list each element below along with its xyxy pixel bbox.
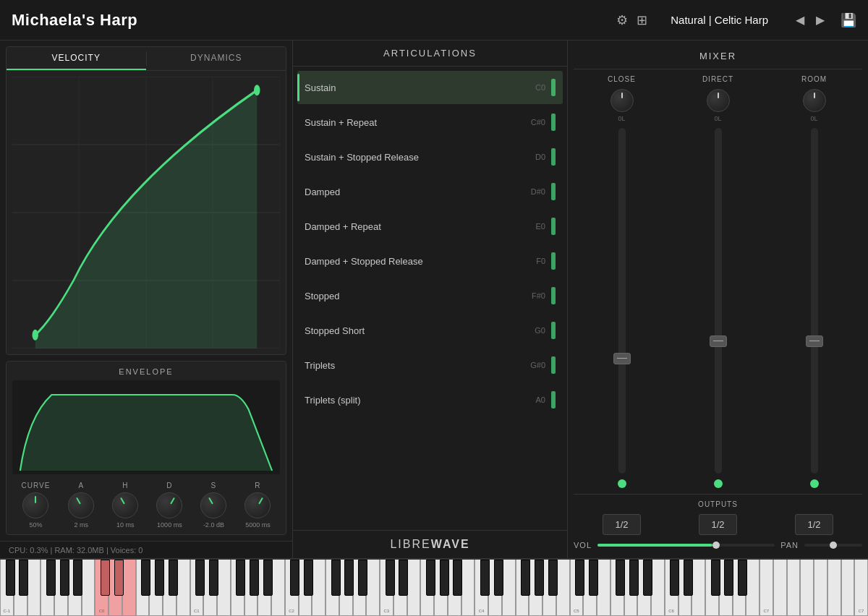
black-key[interactable] <box>738 560 747 596</box>
knob-r-control[interactable] <box>244 492 271 518</box>
white-key[interactable] <box>556 560 570 616</box>
knob-curve-control[interactable] <box>22 492 48 518</box>
channel-fader-track[interactable] <box>618 128 626 474</box>
articulation-item[interactable]: SustainC0 <box>297 71 563 104</box>
white-key[interactable] <box>773 560 787 616</box>
black-key[interactable] <box>304 560 313 596</box>
black-key[interactable] <box>263 560 273 596</box>
white-key[interactable] <box>800 560 814 616</box>
channel-fader-track[interactable] <box>811 128 818 474</box>
black-key[interactable] <box>494 560 503 596</box>
tab-velocity[interactable]: VELOCITY <box>7 47 146 70</box>
black-key[interactable] <box>155 560 164 596</box>
black-key[interactable] <box>386 560 395 596</box>
white-key[interactable] <box>217 560 231 616</box>
channel-fader-handle[interactable] <box>613 353 631 364</box>
black-key[interactable] <box>73 560 82 596</box>
output-box[interactable]: 1/2 <box>699 514 736 535</box>
channel-fader-handle[interactable] <box>806 335 823 347</box>
black-key[interactable] <box>535 560 544 596</box>
black-key[interactable] <box>575 560 584 596</box>
white-key[interactable] <box>271 560 285 616</box>
pan-slider[interactable] <box>804 544 862 547</box>
black-key[interactable] <box>169 560 178 596</box>
articulation-item[interactable]: Sustain + Stopped ReleaseD0 <box>297 140 563 174</box>
black-key[interactable] <box>250 560 259 596</box>
black-key[interactable] <box>331 560 341 596</box>
white-key[interactable]: C7 <box>854 560 868 616</box>
knob-a-control[interactable] <box>68 492 94 518</box>
black-key[interactable] <box>616 560 625 596</box>
next-arrow[interactable]: ▶ <box>812 12 829 28</box>
black-key[interactable] <box>101 560 110 596</box>
black-key[interactable] <box>19 560 28 596</box>
white-key[interactable] <box>787 560 801 616</box>
white-key[interactable]: C7 <box>760 560 773 616</box>
white-key[interactable] <box>651 560 665 616</box>
white-key[interactable] <box>82 560 95 616</box>
black-key[interactable] <box>643 560 652 596</box>
black-key[interactable] <box>114 560 124 596</box>
piano-keyboard[interactable]: C-1C0C1C2C3C4C5C6C7C7 <box>0 560 868 616</box>
black-key[interactable] <box>521 560 530 596</box>
articulation-item[interactable]: DampedD#0 <box>297 175 563 208</box>
white-key[interactable] <box>692 560 705 616</box>
white-key[interactable] <box>841 560 855 616</box>
channel-knob[interactable] <box>803 89 826 112</box>
black-key[interactable] <box>290 560 299 596</box>
white-key[interactable] <box>407 560 421 616</box>
black-key[interactable] <box>453 560 462 596</box>
knob-h-control[interactable] <box>112 492 138 518</box>
grid-icon[interactable]: ⊞ <box>637 12 647 28</box>
black-key[interactable] <box>724 560 733 596</box>
black-key[interactable] <box>711 560 720 596</box>
vol-slider[interactable] <box>597 544 775 547</box>
white-key[interactable] <box>122 560 136 616</box>
black-key[interactable] <box>195 560 205 596</box>
articulation-item[interactable]: Stopped ShortG0 <box>297 314 563 347</box>
black-key[interactable] <box>670 560 679 596</box>
articulation-item[interactable]: Damped + Stopped ReleaseF0 <box>297 244 563 278</box>
articulation-item[interactable]: TripletsG#0 <box>297 348 563 382</box>
white-key[interactable] <box>312 560 326 616</box>
white-key[interactable] <box>366 560 380 616</box>
black-key[interactable] <box>344 560 354 596</box>
knob-d-control[interactable] <box>156 492 182 518</box>
black-key[interactable] <box>209 560 218 596</box>
white-key[interactable] <box>176 560 190 616</box>
save-icon[interactable]: 💾 <box>841 12 856 28</box>
prev-arrow[interactable]: ◀ <box>791 12 809 28</box>
articulation-item[interactable]: StoppedF#0 <box>297 279 563 312</box>
gear-icon[interactable]: ⚙ <box>616 12 628 28</box>
white-key[interactable] <box>461 560 475 616</box>
white-key[interactable] <box>597 560 610 616</box>
white-key[interactable] <box>502 560 516 616</box>
pan-thumb[interactable] <box>830 542 837 549</box>
white-key[interactable] <box>814 560 827 616</box>
black-key[interactable] <box>440 560 449 596</box>
black-key[interactable] <box>629 560 639 596</box>
output-box[interactable]: 1/2 <box>603 514 640 535</box>
black-key[interactable] <box>480 560 490 596</box>
black-key[interactable] <box>46 560 56 596</box>
tab-dynamics[interactable]: DYNAMICS <box>147 47 286 70</box>
channel-knob[interactable] <box>707 89 730 112</box>
black-key[interactable] <box>548 560 558 596</box>
black-key[interactable] <box>358 560 367 596</box>
channel-knob[interactable] <box>610 89 634 112</box>
white-key[interactable] <box>827 560 841 616</box>
channel-fader-handle[interactable] <box>710 335 727 347</box>
black-key[interactable] <box>426 560 435 596</box>
black-key[interactable] <box>399 560 408 596</box>
black-key[interactable] <box>6 560 15 596</box>
black-key[interactable] <box>684 560 693 596</box>
knob-s-control[interactable] <box>200 492 226 518</box>
black-key[interactable] <box>589 560 598 596</box>
black-key[interactable] <box>236 560 245 596</box>
white-key[interactable] <box>27 560 41 616</box>
articulation-item[interactable]: Triplets (split)A0 <box>297 383 563 416</box>
channel-fader-track[interactable] <box>715 128 722 474</box>
black-key[interactable] <box>60 560 69 596</box>
white-key[interactable] <box>746 560 760 616</box>
black-key[interactable] <box>141 560 150 596</box>
